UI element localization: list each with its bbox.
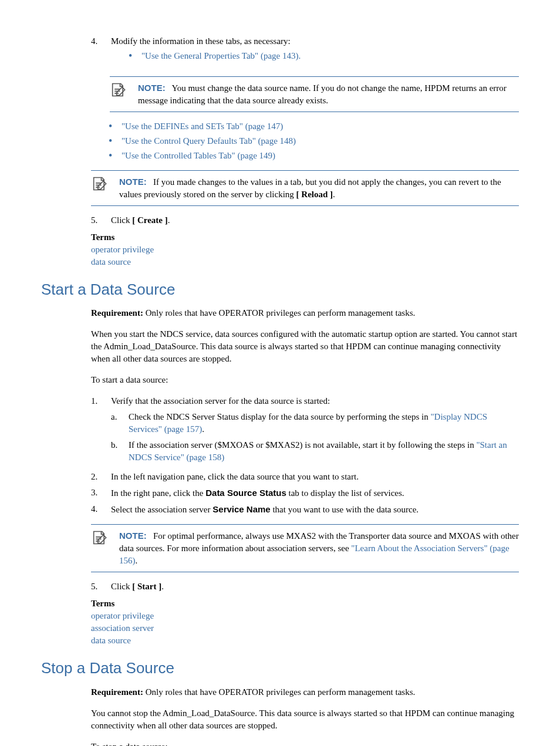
- step-num: 5.: [91, 214, 111, 227]
- step-num: 5.: [91, 580, 111, 593]
- data-source-status-bold: Data Source Status: [205, 488, 286, 498]
- start-step-3: 3. In the right pane, click the Data Sou…: [91, 487, 519, 499]
- note-change-name: NOTE: You must change the data source na…: [110, 76, 519, 112]
- reload-bold: [ Reload ]: [296, 190, 333, 199]
- heading-start-data-source: Start a Data Source: [41, 279, 519, 300]
- terms-heading: Terms: [91, 231, 519, 244]
- term-operator-privilege[interactable]: operator privilege: [91, 610, 519, 622]
- requirement-text: Only roles that have OPERATOR privileges…: [143, 687, 415, 697]
- sub-num: a.: [111, 411, 129, 436]
- stop-para2: To stop a data source:: [91, 741, 519, 746]
- start-bold: [ Start ]: [132, 582, 161, 591]
- note-icon: [91, 529, 119, 549]
- terms-heading: Terms: [91, 598, 519, 610]
- step-num: 3.: [91, 487, 111, 499]
- term-data-source[interactable]: data source: [91, 256, 519, 268]
- start-step-5: 5. Click [ Start ].: [91, 580, 519, 593]
- step-5: 5. Click [ Create ].: [91, 214, 519, 227]
- note-icon: [110, 82, 138, 102]
- note-label: NOTE:: [119, 531, 147, 541]
- start-para1: When you start the NDCS service, data so…: [91, 328, 519, 365]
- start-para2: To start a data source:: [91, 374, 519, 386]
- note-optimal-performance: NOTE: For optimal performance, always us…: [91, 524, 519, 572]
- term-operator-privilege[interactable]: operator privilege: [91, 244, 519, 256]
- step-1-text: Verify that the association server for t…: [111, 396, 330, 406]
- start-step-2: 2. In the left navigation pane, click th…: [91, 471, 519, 483]
- step-num: 4.: [91, 503, 111, 516]
- prev-section-block: 4. Modify the information in these tabs,…: [91, 35, 519, 268]
- heading-stop-data-source: Stop a Data Source: [41, 657, 519, 679]
- step4-extra-bullets: "Use the DEFINEs and SETs Tab" (page 147…: [109, 120, 519, 162]
- link-control-query-defaults-tab[interactable]: "Use the Control Query Defaults Tab" (pa…: [122, 136, 296, 146]
- start-step-1: 1. Verify that the association server fo…: [91, 395, 519, 467]
- note-icon: [91, 175, 119, 195]
- note-label: NOTE:: [119, 177, 147, 187]
- stop-section-block: Requirement: Only roles that have OPERAT…: [91, 686, 519, 746]
- term-data-source[interactable]: data source: [91, 634, 519, 647]
- start-section-block: Requirement: Only roles that have OPERAT…: [91, 307, 519, 647]
- requirement-label: Requirement:: [91, 687, 143, 697]
- requirement-text: Only roles that have OPERATOR privileges…: [143, 308, 415, 318]
- step-num: 1.: [91, 395, 111, 467]
- create-bold: [ Create ]: [132, 215, 168, 225]
- step-num: 2.: [91, 471, 111, 483]
- stop-para1: You cannot stop the Admin_Load_DataSourc…: [91, 707, 519, 732]
- link-controlled-tables-tab[interactable]: "Use the Controlled Tables Tab" (page 14…: [122, 151, 275, 160]
- link-defines-sets-tab[interactable]: "Use the DEFINEs and SETs Tab" (page 147…: [122, 121, 283, 131]
- note-label: NOTE:: [138, 83, 166, 93]
- start-step-4: 4. Select the association server Service…: [91, 503, 519, 516]
- link-general-properties-tab[interactable]: "Use the General Properties Tab" (page 1…: [141, 51, 301, 60]
- step-num: 4.: [91, 35, 111, 68]
- note-reload: NOTE: If you made changes to the values …: [91, 170, 519, 206]
- term-association-server[interactable]: association server: [91, 622, 519, 634]
- requirement-label: Requirement:: [91, 308, 143, 318]
- sub-num: b.: [111, 439, 129, 464]
- service-name-bold: Service Name: [212, 504, 270, 514]
- note-text: You must change the data source name. If…: [138, 83, 507, 105]
- step-4: 4. Modify the information in these tabs,…: [91, 35, 519, 68]
- step-4-text: Modify the information in these tabs, as…: [111, 36, 291, 46]
